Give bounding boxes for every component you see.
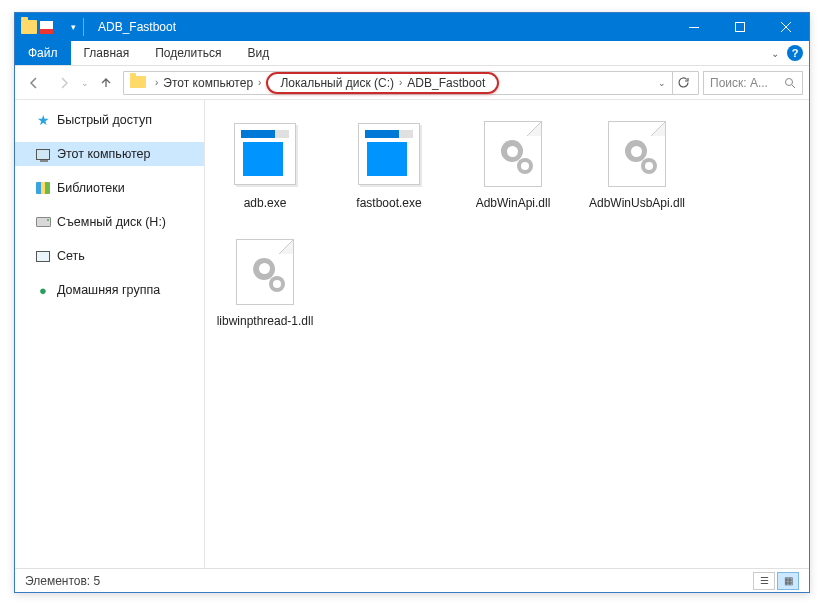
file-item[interactable]: adb.exe [215,118,315,212]
file-name: adb.exe [244,196,287,212]
ribbon: Файл Главная Поделиться Вид ⌄ ? [15,41,809,66]
help-icon[interactable]: ? [787,45,803,61]
address-bar[interactable]: › Этот компьютер › Локальный диск (C:) ›… [123,71,699,95]
navigation-pane: ★ Быстрый доступ Этот компьютер Библиоте… [15,100,205,568]
divider [83,18,84,36]
qat-button[interactable] [56,21,68,33]
search-input[interactable]: Поиск: A... [703,71,803,95]
label: Быстрый доступ [57,113,152,127]
exe-file-icon [353,118,425,190]
breadcrumb-drive[interactable]: Локальный диск (C:) [278,76,396,90]
breadcrumb-highlight: Локальный диск (C:) › ADB_Fastboot [266,72,499,94]
pc-icon [35,146,51,162]
sidebar-homegroup[interactable]: ● Домашняя группа [15,278,204,302]
status-bar: Элементов: 5 ☰ ▦ [15,568,809,592]
label: Домашняя группа [57,283,160,297]
explorer-window: ▾ ADB_Fastboot Файл Главная Поделиться В… [14,12,810,593]
file-item[interactable]: AdbWinApi.dll [463,118,563,212]
back-button[interactable] [21,70,47,96]
ribbon-tab-share[interactable]: Поделиться [142,41,234,65]
svg-rect-0 [689,27,699,28]
sidebar-removable-drive[interactable]: Съемный диск (H:) [15,210,204,234]
item-count: Элементов: 5 [25,574,100,588]
drive-icon [35,214,51,230]
sidebar-quick-access[interactable]: ★ Быстрый доступ [15,108,204,132]
svg-rect-1 [736,23,745,32]
sidebar-this-pc[interactable]: Этот компьютер [15,142,204,166]
quick-access-toolbar: ▾ [15,18,94,36]
network-icon [35,248,51,264]
search-icon [784,77,796,89]
qat-dropdown[interactable]: ▾ [71,22,76,32]
libraries-icon [35,180,51,196]
chevron-right-icon[interactable]: › [396,77,405,88]
breadcrumb-root[interactable]: Этот компьютер [161,76,255,90]
navigation-bar: ⌄ › Этот компьютер › Локальный диск (C:)… [15,66,809,100]
label: Этот компьютер [57,147,150,161]
recent-dropdown[interactable]: ⌄ [81,78,89,88]
homegroup-icon: ● [35,282,51,298]
view-icons-button[interactable]: ▦ [777,572,799,590]
label: Сеть [57,249,85,263]
file-name: AdbWinApi.dll [476,196,551,212]
dll-file-icon [229,236,301,308]
sidebar-libraries[interactable]: Библиотеки [15,176,204,200]
file-item[interactable]: AdbWinUsbApi.dll [587,118,687,212]
breadcrumb-folder[interactable]: ADB_Fastboot [405,76,487,90]
ribbon-tab-home[interactable]: Главная [71,41,143,65]
file-item[interactable]: libwinpthread-1.dll [215,236,315,330]
file-item[interactable]: fastboot.exe [339,118,439,212]
search-placeholder: Поиск: A... [710,76,768,90]
view-details-button[interactable]: ☰ [753,572,775,590]
star-icon: ★ [35,112,51,128]
address-dropdown[interactable]: ⌄ [658,78,666,88]
up-button[interactable] [93,70,119,96]
exe-file-icon [229,118,301,190]
label: Библиотеки [57,181,125,195]
dll-file-icon [601,118,673,190]
maximize-button[interactable] [717,13,763,41]
window-title: ADB_Fastboot [94,20,176,34]
minimize-button[interactable] [671,13,717,41]
qat-button[interactable] [40,21,53,34]
ribbon-tab-view[interactable]: Вид [234,41,282,65]
label: Съемный диск (H:) [57,215,166,229]
file-name: libwinpthread-1.dll [217,314,314,330]
svg-point-2 [786,78,793,85]
expand-ribbon-icon[interactable]: ⌄ [771,48,779,59]
file-name: fastboot.exe [356,196,421,212]
chevron-right-icon[interactable]: › [255,77,264,88]
body: ★ Быстрый доступ Этот компьютер Библиоте… [15,100,809,568]
forward-button[interactable] [51,70,77,96]
file-list[interactable]: adb.exefastboot.exeAdbWinApi.dllAdbWinUs… [205,100,809,568]
folder-icon [124,74,152,92]
refresh-button[interactable] [672,72,694,94]
titlebar: ▾ ADB_Fastboot [15,13,809,41]
sidebar-network[interactable]: Сеть [15,244,204,268]
ribbon-tab-file[interactable]: Файл [15,41,71,65]
dll-file-icon [477,118,549,190]
close-button[interactable] [763,13,809,41]
folder-icon [21,20,37,34]
file-name: AdbWinUsbApi.dll [589,196,685,212]
chevron-right-icon[interactable]: › [152,77,161,88]
